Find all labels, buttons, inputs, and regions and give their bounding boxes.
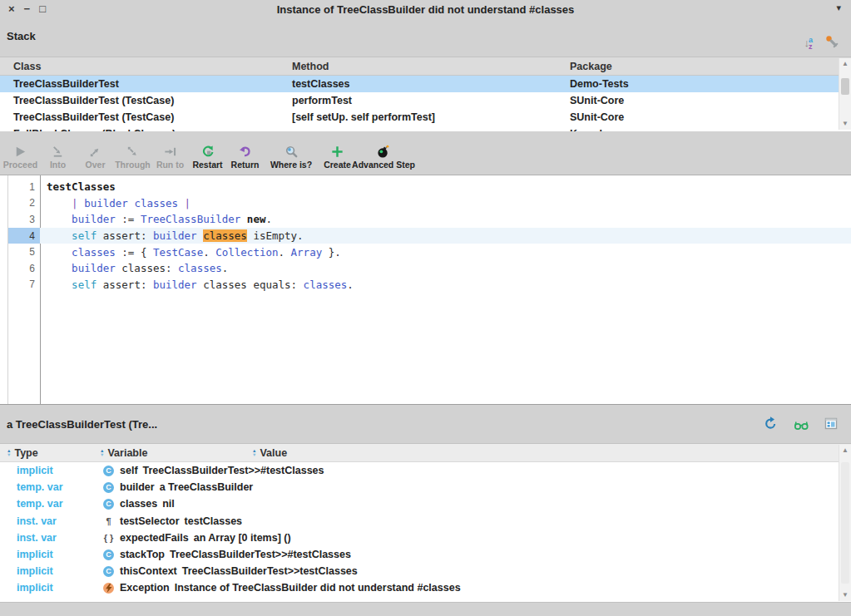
- toolbar-button-label: Proceed: [3, 160, 37, 170]
- variable-icon-slot: C: [101, 549, 116, 560]
- column-header-variable[interactable]: ▲▼ Variable: [98, 447, 252, 459]
- where-is-button[interactable]: Where is?: [264, 145, 319, 170]
- code-line: 6 builder classes: classes.: [0, 260, 851, 277]
- restart-icon: [200, 145, 215, 159]
- debug-settings-wrench-icon[interactable]: [824, 34, 839, 52]
- stack-row[interactable]: TreeClassBuilderTesttestClassesDemo-Test…: [0, 76, 851, 92]
- window-menu-arrow-icon[interactable]: ▾: [836, 2, 841, 13]
- run-to-button[interactable]: Run to: [151, 145, 189, 170]
- variable-name: builder: [120, 481, 155, 493]
- stack-cell: performTest: [277, 95, 555, 106]
- variable-value: TreeClassBuilderTest>>testClasses: [182, 565, 358, 577]
- variable-row[interactable]: implicitCthisContextTreeClassBuilderTest…: [0, 563, 851, 579]
- scroll-up-icon[interactable]: ▲: [842, 61, 849, 67]
- column-header-value[interactable]: ▲▼ Value: [252, 447, 851, 459]
- column-header-type[interactable]: ▲▼ Type: [0, 447, 98, 459]
- column-header-class[interactable]: Class: [0, 61, 277, 72]
- proceed-button[interactable]: Proceed: [2, 145, 39, 170]
- scroll-down-icon[interactable]: ▼: [842, 121, 849, 127]
- line-number: 3: [8, 211, 40, 228]
- variable-type: implicit: [0, 465, 98, 476]
- code-text: | builder classes |: [40, 195, 851, 212]
- variable-row[interactable]: implicitCstackTopTreeClassBuilderTest>>#…: [0, 546, 851, 563]
- pilcrow-icon: ¶: [106, 516, 111, 526]
- line-number: 4: [8, 228, 40, 244]
- toolbar-button-label: Restart: [192, 160, 222, 170]
- column-header-package[interactable]: Package: [555, 61, 851, 72]
- variable-icon-slot: [101, 583, 116, 594]
- variables-scrollbar[interactable]: ▲ ▼: [839, 445, 851, 601]
- stack-bar: Stack ↓ az: [0, 18, 851, 57]
- sort-az-icon[interactable]: ↓ az: [804, 37, 813, 50]
- restart-button[interactable]: Restart: [189, 145, 226, 170]
- stack-row[interactable]: TreeClassBuilderTest (TestCase)performTe…: [0, 92, 851, 109]
- sort-indicator-icon: ▲▼: [252, 449, 256, 457]
- divider: [0, 131, 851, 140]
- through-icon: [126, 145, 140, 159]
- return-icon: [238, 145, 252, 159]
- inspector-title: a TreeClassBuilderTest (Tre...: [0, 418, 157, 431]
- code-line: 3 builder := TreeClassBuilder new.: [0, 211, 851, 228]
- debugger-window: × − □ Instance of TreeClassBuilder did n…: [0, 0, 851, 616]
- browse-icon[interactable]: [824, 416, 839, 435]
- toolbar-button-label: Create: [324, 160, 351, 170]
- code-text: self assert: builder classes isEmpty.: [40, 228, 851, 244]
- stack-label: Stack: [0, 30, 36, 42]
- variable-icon-slot: C: [101, 482, 116, 493]
- stack-row[interactable]: FullBlockClosure (BlockClosure)ensure:Ke…: [0, 126, 851, 131]
- variable-type: inst. var: [0, 532, 98, 544]
- variable-icon-slot: ¶: [101, 516, 116, 526]
- line-number: 7: [8, 277, 40, 293]
- code-line: 7 self assert: builder classes equals: c…: [0, 277, 851, 293]
- context-icon: C: [103, 499, 114, 510]
- return-button[interactable]: Return: [226, 145, 264, 170]
- variable-value: TreeClassBuilderTest>>#testClasses: [170, 549, 351, 560]
- stack-scrollbar[interactable]: ▲ ▼: [839, 58, 851, 130]
- variable-row[interactable]: inst. var{ }expectedFailsan Array [0 ite…: [0, 530, 851, 546]
- stack-row[interactable]: TreeClassBuilderTest (TestCase)[self set…: [0, 109, 851, 126]
- stack-cell: Demo-Tests: [555, 78, 851, 90]
- create-button[interactable]: Create: [319, 145, 356, 170]
- variable-name: classes: [120, 498, 157, 510]
- variable-row[interactable]: temp. varCclassesnil: [0, 495, 851, 512]
- variable-row[interactable]: temp. varCbuildera TreeClassBuilder: [0, 479, 851, 495]
- scrollbar-thumb[interactable]: [841, 78, 849, 95]
- over-icon: [88, 145, 102, 159]
- through-button[interactable]: Through: [114, 145, 151, 170]
- variable-row[interactable]: inst. var¶testSelectortestClasses: [0, 513, 851, 530]
- variable-name: stackTop: [120, 549, 165, 560]
- gutter-margin: [0, 260, 8, 277]
- gutter-margin: [0, 277, 8, 293]
- stack-cell: SUnit-Core: [555, 95, 851, 106]
- code-line: 5 classes := { TestCase. Collection. Arr…: [0, 244, 851, 260]
- variable-value: a TreeClassBuilder: [160, 481, 254, 493]
- variable-name: thisContext: [120, 565, 177, 577]
- context-icon: C: [103, 482, 114, 493]
- variable-value: nil: [162, 498, 175, 510]
- stack-cell: ensure:: [277, 128, 555, 131]
- into-button[interactable]: Into: [39, 145, 77, 170]
- advanced-step-button[interactable]: Advanced Step: [356, 145, 411, 170]
- context-icon: C: [103, 566, 114, 577]
- runto-icon: [163, 145, 177, 159]
- gutter-margin: [0, 179, 8, 195]
- code-editor[interactable]: 1testClasses2 | builder classes |3 build…: [0, 175, 851, 404]
- variable-row[interactable]: implicitCselfTreeClassBuilderTest>>#test…: [0, 462, 851, 479]
- refresh-icon[interactable]: [763, 416, 779, 435]
- scrollbar-thumb[interactable]: [841, 462, 849, 584]
- over-button[interactable]: Over: [77, 145, 114, 170]
- column-header-method[interactable]: Method: [277, 61, 555, 72]
- scroll-up-icon[interactable]: ▲: [842, 447, 849, 454]
- into-icon: [51, 145, 65, 159]
- code-text: builder := TreeClassBuilder new.: [40, 211, 851, 228]
- variable-name: testSelector: [120, 515, 180, 527]
- stack-table: Class Method Package TreeClassBuilderTes…: [0, 57, 851, 131]
- variable-value: TreeClassBuilderTest>>#testClasses: [143, 465, 324, 476]
- scroll-down-icon[interactable]: ▼: [842, 592, 849, 599]
- toolbar-button-label: Return: [231, 160, 260, 170]
- variable-type: implicit: [0, 582, 98, 594]
- stack-cell: TreeClassBuilderTest (TestCase): [0, 95, 277, 106]
- glasses-inspect-icon[interactable]: [793, 416, 809, 435]
- variable-row[interactable]: implicitExceptionInstance of TreeClassBu…: [0, 579, 851, 596]
- context-icon: C: [103, 466, 114, 476]
